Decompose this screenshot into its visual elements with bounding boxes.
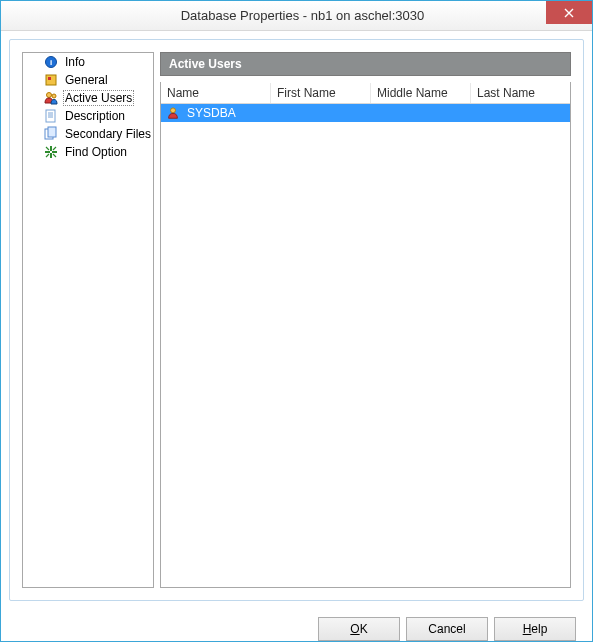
info-icon: i — [43, 54, 59, 70]
find-icon — [43, 144, 59, 160]
svg-point-4 — [47, 93, 52, 98]
window-title: Database Properties - nb1 on aschel:3030 — [13, 8, 592, 23]
svg-rect-6 — [46, 110, 55, 122]
column-header-middle-name[interactable]: Middle Name — [371, 83, 471, 103]
main-panel: Active Users Name First Name Middle Name… — [160, 52, 571, 588]
svg-point-12 — [171, 108, 176, 113]
cell-name: SYSDBA — [183, 106, 273, 120]
ok-label-rest: K — [360, 622, 368, 636]
panel-title: Active Users — [160, 52, 571, 76]
sidebar-item-secondary-files[interactable]: Secondary Files — [23, 125, 153, 143]
column-header-first-name[interactable]: First Name — [271, 83, 371, 103]
button-row: OK Cancel Help — [1, 609, 592, 642]
sidebar: i Info General Active Users — [22, 52, 154, 588]
table-row[interactable]: SYSDBA — [161, 104, 570, 122]
tree-connector — [29, 72, 39, 88]
column-header-last-name[interactable]: Last Name — [471, 83, 570, 103]
sidebar-item-label: Find Option — [63, 145, 129, 159]
titlebar: Database Properties - nb1 on aschel:3030 — [1, 1, 592, 31]
ok-button[interactable]: OK — [318, 617, 400, 641]
tree-connector — [29, 90, 39, 106]
users-icon — [43, 90, 59, 106]
sidebar-item-label: Info — [63, 55, 87, 69]
column-header-name[interactable]: Name — [161, 83, 271, 103]
svg-rect-3 — [48, 77, 51, 80]
svg-rect-11 — [48, 127, 56, 137]
sidebar-item-general[interactable]: General — [23, 71, 153, 89]
sidebar-item-info[interactable]: i Info — [23, 53, 153, 71]
tree-connector — [29, 126, 39, 142]
dialog-body: i Info General Active Users — [9, 39, 584, 601]
close-button[interactable] — [546, 1, 592, 24]
description-icon — [43, 108, 59, 124]
cancel-button[interactable]: Cancel — [406, 617, 488, 641]
tree-connector — [29, 144, 39, 160]
sidebar-item-label: Description — [63, 109, 127, 123]
help-label-rest: elp — [531, 622, 547, 636]
svg-text:i: i — [50, 58, 52, 67]
user-icon — [165, 105, 181, 121]
sidebar-item-label: Active Users — [63, 90, 134, 106]
sidebar-item-description[interactable]: Description — [23, 107, 153, 125]
table-header: Name First Name Middle Name Last Name — [161, 82, 570, 104]
table-body: SYSDBA — [161, 104, 570, 587]
tree-connector — [29, 108, 39, 124]
tree-connector — [29, 54, 39, 70]
users-table: Name First Name Middle Name Last Name SY… — [160, 82, 571, 588]
sidebar-item-label: General — [63, 73, 110, 87]
general-icon — [43, 72, 59, 88]
svg-point-5 — [52, 94, 56, 98]
help-button[interactable]: Help — [494, 617, 576, 641]
sidebar-item-active-users[interactable]: Active Users — [23, 89, 153, 107]
sidebar-item-label: Secondary Files — [63, 127, 153, 141]
files-icon — [43, 126, 59, 142]
sidebar-item-find-option[interactable]: Find Option — [23, 143, 153, 161]
close-icon — [564, 8, 574, 18]
